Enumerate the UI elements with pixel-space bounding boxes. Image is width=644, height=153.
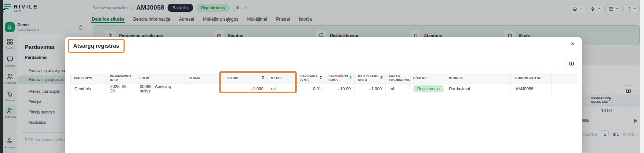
cell-kiekis: –1 000 (224, 84, 267, 94)
title-annotation-box: Atsargų registras (68, 39, 125, 53)
cell-savikaina-vnt: 0.01 (297, 84, 325, 94)
column-header-matas[interactable]: MATAS (267, 73, 297, 84)
close-icon[interactable]: × (571, 41, 574, 47)
columns-icon (569, 61, 574, 66)
sum-icon[interactable]: Σ (380, 76, 383, 80)
sum-icon[interactable]: Σ (320, 76, 322, 80)
cell-kiekis-pagr-matu: –1 000 (355, 84, 386, 94)
cell-preke: 00069 - Apelsinų sultys (136, 84, 185, 94)
sum-icon[interactable]: Σ (262, 76, 264, 80)
column-header-modulis[interactable]: MODULIS (445, 73, 512, 84)
table-header-row: PADALINYS PAJAMAVIMO DATA PREKĖ SERIJA K… (71, 73, 578, 84)
sum-icon-active[interactable]: Σ (349, 76, 352, 80)
column-header-kiekis[interactable]: KIEKISΣ (224, 73, 267, 84)
column-header-preke[interactable]: PREKĖ (136, 73, 185, 84)
cell-matas-pagrindinis: ml (386, 84, 410, 94)
column-header-kiekis-pagr-matu[interactable]: KIEKIS PAGR. MATUΣ (355, 73, 386, 84)
modal-title: Atsargų registras (73, 42, 119, 49)
column-header-savikainos-suma[interactable]: SAVIKAINOS SUMAΣ (325, 73, 355, 84)
cell-modulis: Pardavimai (445, 84, 512, 94)
cell-busena: Registruotas (410, 84, 445, 94)
column-header-matas-pagrindinis[interactable]: MATAS PAGRINDINIS (386, 73, 410, 84)
atsargu-registras-modal: Atsargų registras × PADALINYS PAJAMAVIMO (65, 37, 582, 153)
table-row[interactable]: Centrinis 2025–06–26 00069 - Apelsinų su… (71, 84, 578, 94)
cell-savikainos-suma: –10.00 (325, 84, 355, 94)
column-header-serija[interactable]: SERIJA (185, 73, 224, 84)
cell-padalinys: Centrinis (71, 84, 107, 94)
column-header-dokumento-nr[interactable]: DOKUMENTO NR. (512, 73, 552, 84)
column-header-padalinys[interactable]: PADALINYS (71, 73, 107, 84)
cell-dokumento-nr: AMJ0058 (512, 84, 552, 94)
app-window: RIVILE ERP D Demo Aušra Juodienė Pradžia (0, 0, 644, 153)
status-badge: Registruotas (414, 85, 444, 92)
browser-scrollbar-area[interactable] (640, 0, 644, 153)
cell-serija (185, 84, 224, 94)
column-header-busena[interactable]: BŪSENA (410, 73, 445, 84)
cell-empty (552, 84, 578, 94)
column-header-pajamavimo-data[interactable]: PAJAMAVIMO DATA (107, 73, 136, 84)
modal-column-settings-button[interactable] (566, 58, 577, 69)
cell-matas: ml (267, 84, 297, 94)
inventory-register-table: PADALINYS PAJAMAVIMO DATA PREKĖ SERIJA K… (70, 73, 578, 94)
column-header-savikaina-vnt[interactable]: SAVIKAINA (VNT.)Σ (297, 73, 325, 84)
cell-pajamavimo-data: 2025–06–26 (107, 84, 136, 94)
column-header-empty (552, 73, 578, 84)
